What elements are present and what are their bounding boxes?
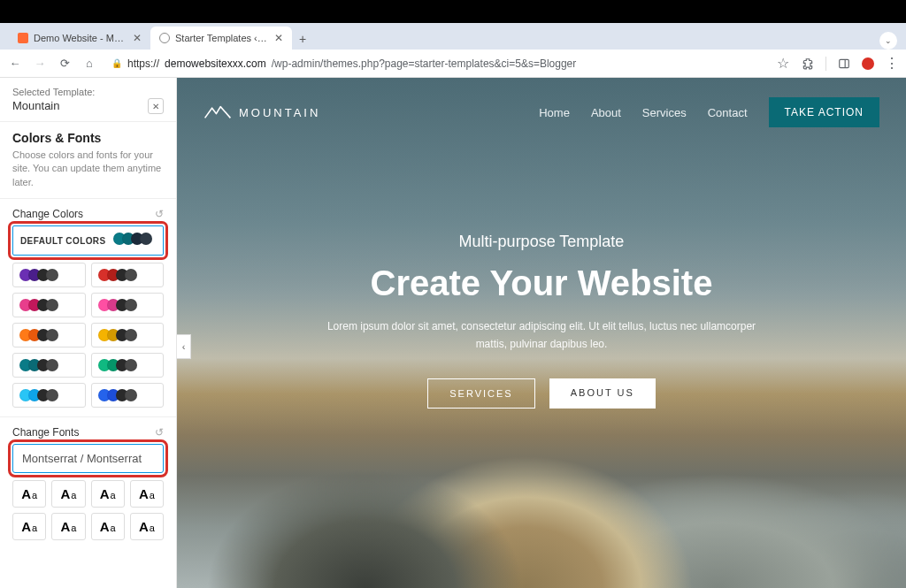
font-sample-lower: a xyxy=(71,490,76,500)
forward-button[interactable]: → xyxy=(32,56,48,72)
palette-option-4[interactable] xyxy=(12,323,86,347)
reset-fonts-button[interactable]: ↺ xyxy=(155,426,164,439)
back-button[interactable]: ← xyxy=(7,56,23,72)
font-sample-lower: a xyxy=(71,523,76,533)
profile-avatar[interactable] xyxy=(862,57,874,70)
font-sample-lower: a xyxy=(32,490,37,500)
browser-toolbar: ← → ⟳ ⌂ 🔒 https://demowebsitexxx.com/wp-… xyxy=(0,50,906,78)
palette-option-6[interactable] xyxy=(12,353,86,378)
side-panel-icon[interactable] xyxy=(837,57,851,71)
collapse-sidebar-handle[interactable]: ‹ xyxy=(177,334,191,359)
app-content: Selected Template: Mountain ✕ Colors & F… xyxy=(0,78,906,588)
color-swatch xyxy=(46,299,58,311)
colors-fonts-section: Colors & Fonts Choose colors and fonts f… xyxy=(0,122,176,199)
hero-section: MOUNTAIN Home About Services Contact TAK… xyxy=(177,78,906,588)
palette-option-9[interactable] xyxy=(91,383,165,408)
palette-option-1[interactable] xyxy=(91,263,165,287)
selected-template-value: Mountain xyxy=(12,99,164,112)
nav-about[interactable]: About xyxy=(591,106,621,119)
hero-subtitle: Multi-purpose Template xyxy=(230,233,853,251)
letterbox-top xyxy=(0,0,906,23)
toolbar-right: ☆ ⋮ xyxy=(776,57,899,71)
hero-title: Create Your Website xyxy=(230,263,853,303)
hero-buttons: SERVICES ABOUT US xyxy=(230,378,853,409)
default-palette-option[interactable]: DEFAULT COLORS xyxy=(12,225,164,256)
palette-option-0[interactable] xyxy=(12,263,86,287)
browser-tab-1[interactable]: Starter Templates ‹ Demo Sit ✕ xyxy=(150,27,292,50)
nav-links: Home About Services Contact TAKE ACTION xyxy=(539,97,879,127)
site-header: MOUNTAIN Home About Services Contact TAK… xyxy=(203,97,879,127)
nav-contact[interactable]: Contact xyxy=(708,106,748,119)
url-domain: demowebsitexxx.com xyxy=(165,57,266,70)
palette-option-7[interactable] xyxy=(91,353,165,378)
color-swatch xyxy=(125,269,137,281)
take-action-button[interactable]: TAKE ACTION xyxy=(769,97,879,127)
font-sample-upper: A xyxy=(139,519,149,534)
palette-option-2[interactable] xyxy=(12,293,86,317)
close-icon[interactable]: ✕ xyxy=(133,32,142,44)
palette-option-3[interactable] xyxy=(91,293,165,317)
font-option-0[interactable]: Aa xyxy=(12,480,46,508)
color-swatch xyxy=(125,299,137,311)
font-option-2[interactable]: Aa xyxy=(91,480,125,508)
reset-colors-button[interactable]: ↺ xyxy=(155,208,164,220)
services-button[interactable]: SERVICES xyxy=(427,378,534,409)
browser-tab-0[interactable]: Demo Website - MyKinsta ✕ xyxy=(9,27,150,50)
change-fonts-header: Change Fonts ↺ xyxy=(0,417,176,444)
color-swatch xyxy=(140,233,152,245)
palette-option-5[interactable] xyxy=(91,323,165,347)
extensions-icon[interactable] xyxy=(801,57,815,71)
color-swatch xyxy=(125,359,137,371)
font-sample-lower: a xyxy=(110,490,115,500)
change-colors-header: Change Colors ↺ xyxy=(0,199,176,225)
kinsta-favicon xyxy=(18,33,28,43)
palette-grid xyxy=(12,263,164,408)
font-option-4[interactable]: Aa xyxy=(12,513,46,540)
font-sample-upper: A xyxy=(21,519,31,534)
palette-option-8[interactable] xyxy=(12,383,86,408)
selected-template-label: Selected Template: xyxy=(12,87,164,97)
font-sample-upper: A xyxy=(21,486,31,501)
color-swatch xyxy=(46,389,58,401)
color-swatch xyxy=(125,329,137,341)
tab-title: Demo Website - MyKinsta xyxy=(34,33,127,43)
change-colors-heading: Change Colors xyxy=(12,208,83,220)
tab-overflow-button[interactable]: ⌄ xyxy=(879,32,897,50)
font-option-6[interactable]: Aa xyxy=(91,513,125,540)
color-swatch xyxy=(46,329,58,341)
color-swatch xyxy=(46,269,58,281)
font-option-7[interactable]: Aa xyxy=(130,513,164,540)
font-option-3[interactable]: Aa xyxy=(130,480,164,508)
font-option-5[interactable]: Aa xyxy=(51,513,85,540)
home-button[interactable]: ⌂ xyxy=(81,56,97,72)
palette-container: DEFAULT COLORS xyxy=(0,225,176,417)
nav-services[interactable]: Services xyxy=(642,106,687,119)
lock-icon: 🔒 xyxy=(111,58,122,68)
site-logo[interactable]: MOUNTAIN xyxy=(203,104,320,120)
hero-content: Multi-purpose Template Create Your Websi… xyxy=(177,233,906,409)
close-icon[interactable]: ✕ xyxy=(274,32,283,44)
hero-description: Lorem ipsum dolor sit amet, consectetur … xyxy=(311,317,772,354)
font-option-1[interactable]: Aa xyxy=(51,480,85,508)
font-sample-lower: a xyxy=(150,523,155,533)
address-bar[interactable]: 🔒 https://demowebsitexxx.com/wp-admin/th… xyxy=(106,57,767,70)
new-tab-button[interactable]: + xyxy=(292,28,313,50)
close-customizer-button[interactable]: ✕ xyxy=(148,98,164,114)
url-prefix: https:// xyxy=(127,57,159,70)
font-grid: AaAaAaAaAaAaAaAa xyxy=(12,480,164,540)
default-swatches xyxy=(113,233,152,248)
menu-icon[interactable]: ⋮ xyxy=(885,57,899,71)
colors-fonts-desc: Choose colors and fonts for your site. Y… xyxy=(12,149,164,189)
font-sample-upper: A xyxy=(100,519,110,534)
font-sample-lower: a xyxy=(150,490,155,500)
about-us-button[interactable]: ABOUT US xyxy=(549,378,656,409)
nav-home[interactable]: Home xyxy=(539,106,570,119)
default-palette-label: DEFAULT COLORS xyxy=(20,236,106,246)
url-path: /wp-admin/themes.php?page=starter-templa… xyxy=(272,57,577,70)
bookmark-icon[interactable]: ☆ xyxy=(776,57,790,71)
font-container: Montserrat / Montserrat AaAaAaAaAaAaAaAa xyxy=(0,444,176,549)
color-swatch xyxy=(125,389,137,401)
reload-button[interactable]: ⟳ xyxy=(57,56,73,72)
selected-font-option[interactable]: Montserrat / Montserrat xyxy=(12,444,164,473)
color-swatch xyxy=(46,359,58,371)
